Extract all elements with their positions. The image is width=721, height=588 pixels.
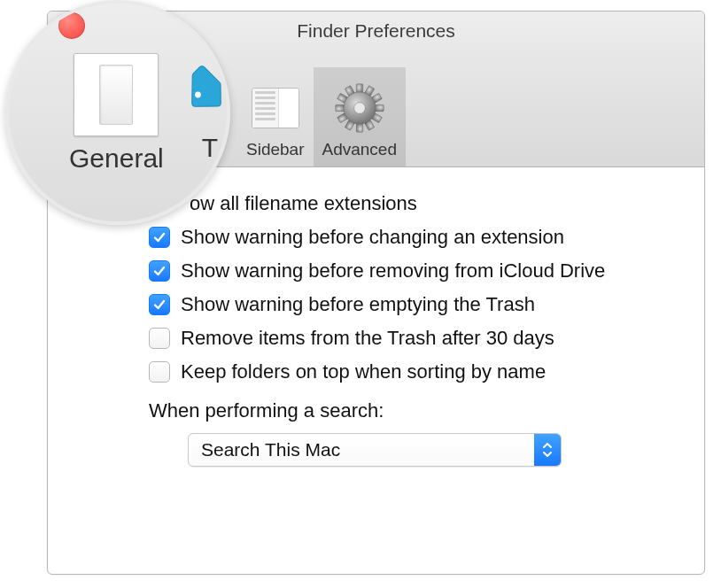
toolbar-tab-label: T: [202, 133, 218, 163]
svg-point-13: [353, 103, 365, 114]
search-scope-dropdown[interactable]: Search This Mac: [188, 433, 562, 467]
checkbox[interactable]: [149, 227, 170, 248]
pref-option-row: Keep folders on top when sorting by name: [149, 360, 678, 383]
gear-icon: [331, 80, 388, 136]
pref-option-row: Show warning before removing from iCloud…: [149, 259, 678, 282]
switch-icon: [74, 53, 159, 136]
pref-option-label: Show warning before changing an extensio…: [181, 226, 564, 249]
toolbar-tab-tags-zoomed[interactable]: T: [184, 64, 230, 163]
dropdown-value: Search This Mac: [189, 439, 534, 460]
sidebar-icon: [247, 80, 304, 136]
dropdown-arrows-icon: [534, 434, 561, 466]
checkbox[interactable]: [149, 328, 170, 349]
pref-option-label: Show warning before removing from iCloud…: [181, 259, 605, 282]
checkbox[interactable]: [149, 361, 170, 383]
pref-option-label: ow all filename extensions: [190, 192, 417, 215]
toolbar-tab-sidebar[interactable]: Sidebar: [237, 67, 314, 166]
svg-point-14: [195, 92, 201, 98]
checkbox[interactable]: [149, 294, 170, 315]
toolbar-tab-advanced[interactable]: Advanced: [314, 67, 407, 166]
toolbar-tab-label: Advanced: [322, 140, 398, 159]
checkbox[interactable]: [149, 260, 170, 282]
pref-option-row: ow all filename extensions: [190, 192, 678, 215]
pref-option-label: Remove items from the Trash after 30 day…: [181, 327, 554, 350]
toolbar-tab-label: General: [69, 143, 164, 174]
search-section-label: When performing a search:: [149, 399, 678, 422]
pref-option-label: Show warning before emptying the Trash: [181, 293, 535, 316]
pref-option-row: Remove items from the Trash after 30 day…: [149, 327, 678, 350]
pref-option-label: Keep folders on top when sorting by name: [181, 360, 546, 383]
toolbar-tab-label: Sidebar: [246, 140, 305, 159]
toolbar-tab-general-zoomed[interactable]: General: [69, 53, 164, 174]
pref-option-row: Show warning before changing an extensio…: [149, 226, 678, 249]
close-traffic-light-icon[interactable]: [58, 12, 85, 39]
pref-option-row: Show warning before emptying the Trash: [149, 293, 678, 316]
magnifier-overlay: General T: [5, 0, 230, 225]
tag-icon: [184, 64, 230, 126]
